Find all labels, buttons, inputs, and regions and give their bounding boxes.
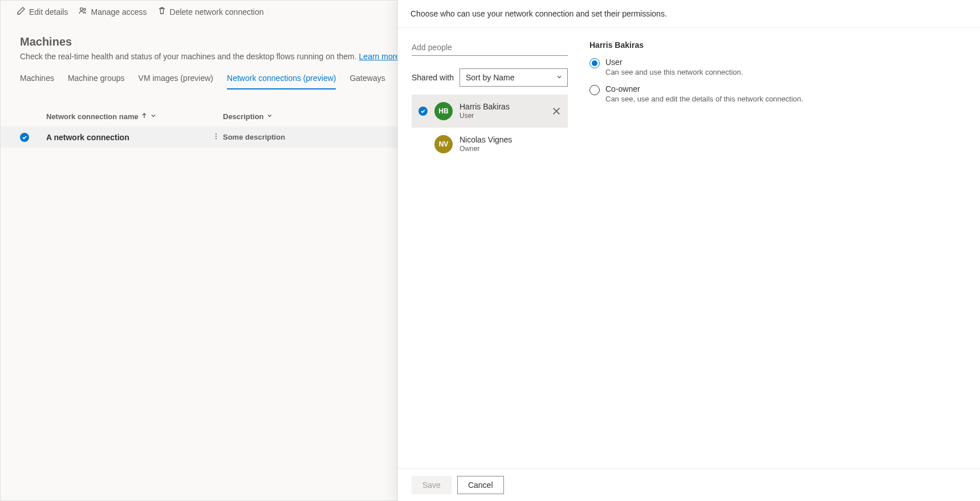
- permission-option-coowner[interactable]: Co-owner Can see, use and edit the detai…: [589, 84, 966, 103]
- chevron-down-icon: [150, 112, 157, 121]
- svg-point-0: [80, 8, 83, 11]
- tab-gateways[interactable]: Gateways: [349, 69, 385, 89]
- person-role: Owner: [459, 145, 561, 154]
- learn-more-link[interactable]: Learn more: [359, 52, 400, 61]
- permission-description: Can see and use this network connection.: [605, 68, 743, 76]
- person-name: Nicolas Vignes: [459, 135, 561, 145]
- svg-point-4: [215, 138, 217, 139]
- shared-with-label: Shared with: [412, 73, 454, 82]
- save-button[interactable]: Save: [412, 476, 452, 494]
- panel-footer: Save Cancel: [398, 469, 980, 501]
- person-selected-icon: [418, 107, 428, 116]
- edit-details-label: Edit details: [29, 7, 68, 17]
- people-list: HB Harris Bakiras User NV Nicolas Vignes…: [412, 95, 568, 161]
- svg-point-2: [215, 133, 217, 135]
- row-name: A network connection: [46, 133, 207, 142]
- panel-permissions-column: Harris Bakiras User Can see and use this…: [575, 28, 980, 469]
- panel-instruction: Choose who can use your network connecti…: [398, 0, 980, 28]
- delete-connection-label: Delete network connection: [170, 7, 264, 17]
- radio-button[interactable]: [589, 58, 600, 68]
- person-item[interactable]: NV Nicolas Vignes Owner: [412, 128, 568, 161]
- permission-option-user[interactable]: User Can see and use this network connec…: [589, 58, 966, 76]
- svg-point-1: [84, 9, 86, 11]
- remove-person-button[interactable]: [552, 107, 561, 116]
- avatar: HB: [434, 102, 453, 120]
- sort-value: Sort by Name: [466, 73, 515, 82]
- permission-label: User: [605, 58, 743, 67]
- column-name-header[interactable]: Network connection name: [46, 112, 223, 121]
- delete-connection-button[interactable]: Delete network connection: [157, 6, 264, 17]
- cancel-button[interactable]: Cancel: [457, 476, 504, 494]
- selected-person-name: Harris Bakiras: [589, 40, 966, 50]
- edit-details-button[interactable]: Edit details: [17, 6, 68, 17]
- permission-label: Co-owner: [605, 84, 803, 93]
- permission-description: Can see, use and edit the details of thi…: [605, 95, 803, 103]
- add-people-input[interactable]: [412, 39, 568, 56]
- tab-machines[interactable]: Machines: [20, 69, 54, 89]
- manage-access-button[interactable]: Manage access: [78, 6, 147, 17]
- tab-vm-images[interactable]: VM images (preview): [139, 69, 213, 89]
- panel-people-column: Shared with Sort by Name HB Harris Bakir…: [398, 28, 575, 469]
- manage-access-label: Manage access: [91, 7, 147, 17]
- manage-access-panel: Choose who can use your network connecti…: [397, 0, 980, 501]
- edit-icon: [17, 6, 26, 17]
- radio-button[interactable]: [589, 85, 600, 95]
- people-icon: [78, 6, 87, 17]
- svg-point-3: [215, 136, 217, 137]
- chevron-down-icon: [266, 112, 273, 121]
- person-item[interactable]: HB Harris Bakiras User: [412, 95, 568, 128]
- trash-icon: [157, 6, 166, 17]
- row-more-button[interactable]: [209, 132, 223, 142]
- tab-machine-groups[interactable]: Machine groups: [68, 69, 125, 89]
- tab-network-connections[interactable]: Network connections (preview): [227, 69, 336, 89]
- person-name: Harris Bakiras: [459, 101, 545, 112]
- sort-dropdown[interactable]: Sort by Name: [459, 68, 568, 87]
- chevron-down-icon: [556, 73, 563, 82]
- page-subtitle-text: Check the real-time health and status of…: [20, 52, 359, 61]
- column-name-label: Network connection name: [46, 112, 139, 121]
- sort-asc-icon: [141, 112, 148, 121]
- row-checkbox[interactable]: [20, 133, 29, 142]
- avatar: NV: [434, 135, 453, 153]
- column-description-label: Description: [223, 112, 264, 121]
- person-role: User: [459, 112, 545, 121]
- row-description: Some description: [223, 133, 285, 141]
